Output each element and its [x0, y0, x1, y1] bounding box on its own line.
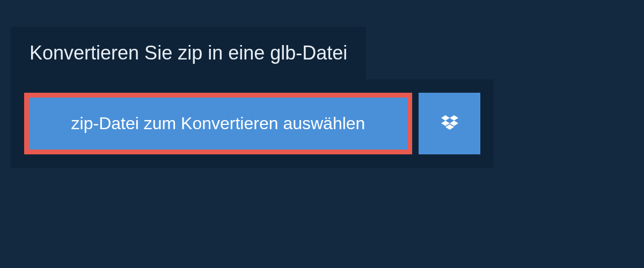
select-file-button[interactable]: zip-Datei zum Konvertieren auswählen [24, 93, 412, 154]
upload-section: zip-Datei zum Konvertieren auswählen [11, 79, 494, 168]
page-title: Konvertieren Sie zip in eine glb-Datei [30, 42, 347, 64]
select-file-label: zip-Datei zum Konvertieren auswählen [71, 114, 365, 133]
dropbox-icon [439, 113, 460, 135]
header-bar: Konvertieren Sie zip in eine glb-Datei [11, 27, 366, 79]
dropbox-button[interactable] [419, 93, 480, 154]
